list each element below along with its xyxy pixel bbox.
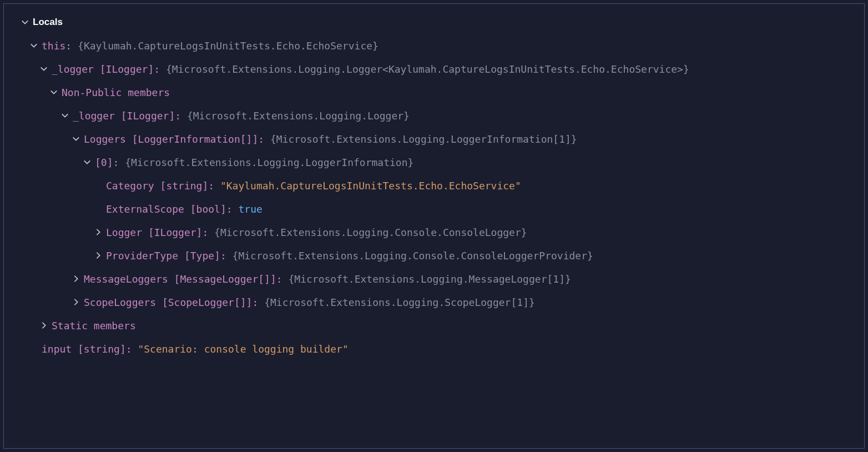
- var-value: {Kaylumah.CaptureLogsInUnitTests.Echo.Ec…: [78, 40, 379, 52]
- var-name: Logger: [106, 227, 142, 238]
- var-value: "Scenario: console logging builder": [138, 343, 348, 355]
- var-name: _logger: [52, 63, 94, 75]
- var-name: ProviderType: [106, 250, 178, 262]
- chevron-right-icon[interactable]: [70, 275, 82, 283]
- var-name: _logger: [73, 110, 115, 122]
- chevron-down-icon[interactable]: [48, 88, 59, 96]
- tree-row-messageloggers[interactable]: MessageLoggers [MessageLogger[]]: {Micro…: [4, 267, 864, 290]
- var-value: {Microsoft.Extensions.Logging.MessageLog…: [288, 273, 571, 285]
- var-type: [MessageLogger[]]: [174, 273, 276, 285]
- chevron-right-icon[interactable]: [93, 228, 104, 236]
- panel-title: Locals: [33, 17, 63, 28]
- var-value: {Microsoft.Extensions.Logging.ScopeLogge…: [264, 297, 535, 308]
- tree-row-loggers[interactable]: Loggers [LoggerInformation[]]: {Microsof…: [4, 127, 864, 150]
- tree-row-category[interactable]: Category [string]: "Kaylumah.CaptureLogs…: [4, 174, 864, 197]
- var-name: Category: [106, 180, 154, 192]
- chevron-down-icon[interactable]: [82, 158, 93, 166]
- var-value: {Microsoft.Extensions.Logging.Logger<Kay…: [166, 63, 689, 75]
- tree-row-externalscope[interactable]: ExternalScope [bool]: true: [4, 197, 864, 220]
- var-type: [string]: [160, 180, 209, 192]
- var-name: ScopeLoggers: [84, 297, 156, 308]
- chevron-down-icon[interactable]: [19, 18, 31, 26]
- var-name: this: [42, 40, 65, 52]
- panel-header-row[interactable]: Locals: [4, 11, 864, 34]
- var-type: [ILogger]: [121, 110, 175, 122]
- tree-row-logger[interactable]: _logger [ILogger]: {Microsoft.Extensions…: [4, 57, 864, 81]
- tree-row-input[interactable]: input [string]: "Scenario: console loggi…: [4, 337, 864, 360]
- var-value: {Microsoft.Extensions.Logging.LoggerInfo…: [270, 133, 577, 145]
- tree-row-index0[interactable]: [0]: {Microsoft.Extensions.Logging.Logge…: [4, 150, 864, 174]
- chevron-right-icon[interactable]: [38, 322, 49, 329]
- locals-panel: Locals this: {Kaylumah.CaptureLogsInUnit…: [3, 3, 865, 449]
- var-type: [Type]: [184, 250, 220, 262]
- chevron-right-icon[interactable]: [70, 298, 82, 306]
- var-name: [0]: [95, 157, 113, 168]
- tree-row-staticmembers[interactable]: Static members: [4, 314, 864, 337]
- var-value: {Microsoft.Extensions.Logging.Console.Co…: [214, 227, 527, 238]
- tree-row-nonpublic[interactable]: Non-Public members: [4, 81, 864, 104]
- var-name: Non-Public members: [62, 87, 170, 98]
- chevron-down-icon[interactable]: [38, 65, 49, 73]
- tree-row-logger-inner[interactable]: _logger [ILogger]: {Microsoft.Extensions…: [4, 104, 864, 127]
- var-type: [bool]: [190, 203, 226, 215]
- var-type: [ILogger]: [100, 63, 154, 75]
- var-type: [string]: [78, 343, 126, 355]
- var-name: Static members: [52, 320, 136, 332]
- tree-row-this[interactable]: this: {Kaylumah.CaptureLogsInUnitTests.E…: [4, 34, 864, 57]
- tree-row-logger-console[interactable]: Logger [ILogger]: {Microsoft.Extensions.…: [4, 220, 864, 244]
- chevron-right-icon[interactable]: [93, 252, 104, 259]
- var-value: true: [238, 203, 262, 215]
- chevron-down-icon[interactable]: [70, 135, 82, 143]
- var-name: ExternalScope: [106, 203, 184, 215]
- var-value: {Microsoft.Extensions.Logging.Logger}: [187, 110, 410, 122]
- chevron-down-icon[interactable]: [28, 42, 39, 49]
- var-name: Loggers: [84, 133, 126, 145]
- var-type: [ScopeLogger[]]: [162, 297, 253, 308]
- var-name: input: [42, 343, 72, 355]
- chevron-down-icon[interactable]: [59, 112, 70, 119]
- tree-row-scopeloggers[interactable]: ScopeLoggers [ScopeLogger[]]: {Microsoft…: [4, 290, 864, 314]
- var-value: {Microsoft.Extensions.Logging.LoggerInfo…: [125, 157, 413, 168]
- var-type: [ILogger]: [148, 227, 203, 238]
- var-name: MessageLoggers: [84, 273, 168, 285]
- var-value: {Microsoft.Extensions.Logging.Console.Co…: [233, 250, 593, 262]
- var-type: [LoggerInformation[]]: [132, 133, 259, 145]
- tree-row-providertype[interactable]: ProviderType [Type]: {Microsoft.Extensio…: [4, 244, 864, 267]
- var-value: "Kaylumah.CaptureLogsInUnitTests.Echo.Ec…: [220, 180, 521, 192]
